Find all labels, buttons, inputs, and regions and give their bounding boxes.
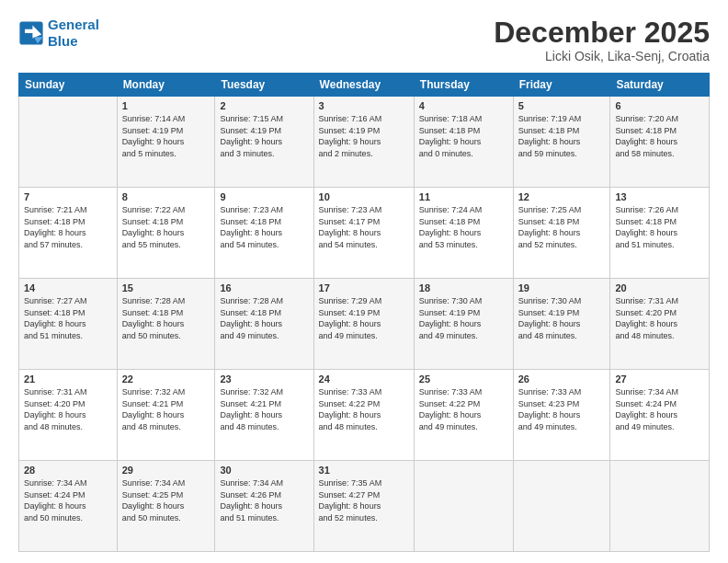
day-info: Sunrise: 7:28 AM Sunset: 4:18 PM Dayligh…: [220, 295, 308, 341]
day-info: Sunrise: 7:24 AM Sunset: 4:18 PM Dayligh…: [419, 204, 508, 250]
day-number: 28: [24, 465, 112, 476]
day-number: 15: [122, 282, 210, 293]
title-block: December 2025 Licki Osik, Lika-Senj, Cro…: [494, 17, 710, 63]
day-number: 29: [122, 465, 210, 476]
calendar-cell: 20Sunrise: 7:31 AM Sunset: 4:20 PM Dayli…: [610, 279, 710, 370]
calendar-cell: 29Sunrise: 7:34 AM Sunset: 4:25 PM Dayli…: [117, 461, 215, 552]
day-info: Sunrise: 7:21 AM Sunset: 4:18 PM Dayligh…: [24, 204, 112, 250]
week-row-4: 21Sunrise: 7:31 AM Sunset: 4:20 PM Dayli…: [19, 370, 710, 461]
day-info: Sunrise: 7:14 AM Sunset: 4:19 PM Dayligh…: [122, 113, 210, 159]
day-number: 8: [122, 191, 210, 202]
calendar-table: SundayMondayTuesdayWednesdayThursdayFrid…: [18, 73, 710, 552]
calendar-cell: [414, 461, 513, 552]
day-number: 27: [615, 373, 704, 385]
day-number: 18: [419, 282, 508, 293]
header-day-sunday: Sunday: [19, 74, 118, 97]
calendar-cell: 3Sunrise: 7:16 AM Sunset: 4:19 PM Daylig…: [313, 97, 414, 188]
calendar-cell: 31Sunrise: 7:35 AM Sunset: 4:27 PM Dayli…: [313, 461, 414, 552]
calendar-cell: 19Sunrise: 7:30 AM Sunset: 4:19 PM Dayli…: [513, 279, 610, 370]
day-number: 4: [419, 100, 508, 111]
calendar-cell: 26Sunrise: 7:33 AM Sunset: 4:23 PM Dayli…: [513, 370, 610, 461]
day-info: Sunrise: 7:27 AM Sunset: 4:18 PM Dayligh…: [24, 295, 112, 341]
day-number: 5: [518, 100, 606, 111]
day-number: 12: [518, 191, 606, 202]
calendar-cell: 30Sunrise: 7:34 AM Sunset: 4:26 PM Dayli…: [215, 461, 313, 552]
day-info: Sunrise: 7:16 AM Sunset: 4:19 PM Dayligh…: [319, 113, 409, 159]
day-number: 3: [319, 100, 409, 111]
calendar-cell: 5Sunrise: 7:19 AM Sunset: 4:18 PM Daylig…: [513, 97, 610, 188]
calendar-cell: 16Sunrise: 7:28 AM Sunset: 4:18 PM Dayli…: [215, 279, 313, 370]
day-number: 1: [122, 100, 210, 111]
header-day-saturday: Saturday: [610, 74, 710, 97]
day-info: Sunrise: 7:31 AM Sunset: 4:20 PM Dayligh…: [615, 295, 704, 341]
calendar-cell: 2Sunrise: 7:15 AM Sunset: 4:19 PM Daylig…: [215, 97, 313, 188]
header-day-wednesday: Wednesday: [313, 74, 414, 97]
day-number: 16: [220, 282, 308, 293]
day-number: 11: [419, 191, 508, 202]
day-info: Sunrise: 7:20 AM Sunset: 4:18 PM Dayligh…: [615, 113, 704, 159]
calendar-cell: 6Sunrise: 7:20 AM Sunset: 4:18 PM Daylig…: [610, 97, 710, 188]
day-number: 22: [122, 373, 210, 385]
calendar-cell: [610, 461, 710, 552]
logo-line1: General: [48, 17, 99, 32]
header-day-monday: Monday: [117, 74, 215, 97]
header-day-friday: Friday: [513, 74, 610, 97]
day-info: Sunrise: 7:26 AM Sunset: 4:18 PM Dayligh…: [615, 204, 704, 250]
day-info: Sunrise: 7:25 AM Sunset: 4:18 PM Dayligh…: [518, 204, 606, 250]
day-info: Sunrise: 7:34 AM Sunset: 4:26 PM Dayligh…: [220, 477, 308, 523]
day-number: 20: [615, 282, 704, 293]
day-number: 9: [220, 191, 308, 202]
header-day-tuesday: Tuesday: [215, 74, 313, 97]
day-info: Sunrise: 7:31 AM Sunset: 4:20 PM Dayligh…: [24, 386, 112, 432]
month-title: December 2025: [494, 17, 710, 49]
calendar-cell: 23Sunrise: 7:32 AM Sunset: 4:21 PM Dayli…: [215, 370, 313, 461]
week-row-5: 28Sunrise: 7:34 AM Sunset: 4:24 PM Dayli…: [19, 461, 710, 552]
day-number: 23: [220, 373, 308, 385]
week-row-2: 7Sunrise: 7:21 AM Sunset: 4:18 PM Daylig…: [19, 188, 710, 279]
calendar-cell: 14Sunrise: 7:27 AM Sunset: 4:18 PM Dayli…: [19, 279, 118, 370]
day-info: Sunrise: 7:34 AM Sunset: 4:24 PM Dayligh…: [24, 477, 112, 523]
day-info: Sunrise: 7:29 AM Sunset: 4:19 PM Dayligh…: [319, 295, 409, 341]
day-info: Sunrise: 7:19 AM Sunset: 4:18 PM Dayligh…: [518, 113, 606, 159]
day-number: 30: [220, 465, 308, 476]
day-info: Sunrise: 7:23 AM Sunset: 4:18 PM Dayligh…: [220, 204, 308, 250]
calendar-cell: 17Sunrise: 7:29 AM Sunset: 4:19 PM Dayli…: [313, 279, 414, 370]
day-info: Sunrise: 7:23 AM Sunset: 4:17 PM Dayligh…: [319, 204, 409, 250]
calendar-cell: 25Sunrise: 7:33 AM Sunset: 4:22 PM Dayli…: [414, 370, 513, 461]
day-info: Sunrise: 7:33 AM Sunset: 4:22 PM Dayligh…: [319, 386, 409, 432]
calendar-cell: 11Sunrise: 7:24 AM Sunset: 4:18 PM Dayli…: [414, 188, 513, 279]
day-info: Sunrise: 7:22 AM Sunset: 4:18 PM Dayligh…: [122, 204, 210, 250]
calendar-cell: 13Sunrise: 7:26 AM Sunset: 4:18 PM Dayli…: [610, 188, 710, 279]
day-number: 6: [615, 100, 704, 111]
day-info: Sunrise: 7:34 AM Sunset: 4:25 PM Dayligh…: [122, 477, 210, 523]
day-number: 2: [220, 100, 308, 111]
logo-icon: [18, 20, 44, 46]
day-info: Sunrise: 7:34 AM Sunset: 4:24 PM Dayligh…: [615, 386, 704, 432]
day-info: Sunrise: 7:30 AM Sunset: 4:19 PM Dayligh…: [419, 295, 508, 341]
day-info: Sunrise: 7:18 AM Sunset: 4:18 PM Dayligh…: [419, 113, 508, 159]
day-number: 24: [319, 373, 409, 385]
day-info: Sunrise: 7:15 AM Sunset: 4:19 PM Dayligh…: [220, 113, 308, 159]
calendar-cell: 8Sunrise: 7:22 AM Sunset: 4:18 PM Daylig…: [117, 188, 215, 279]
calendar-header-row: SundayMondayTuesdayWednesdayThursdayFrid…: [19, 74, 710, 97]
calendar-cell: 12Sunrise: 7:25 AM Sunset: 4:18 PM Dayli…: [513, 188, 610, 279]
logo-text: General Blue: [48, 17, 99, 50]
day-number: 19: [518, 282, 606, 293]
calendar-cell: 18Sunrise: 7:30 AM Sunset: 4:19 PM Dayli…: [414, 279, 513, 370]
calendar-cell: 7Sunrise: 7:21 AM Sunset: 4:18 PM Daylig…: [19, 188, 118, 279]
day-number: 10: [319, 191, 409, 202]
day-number: 21: [24, 373, 112, 385]
day-info: Sunrise: 7:32 AM Sunset: 4:21 PM Dayligh…: [122, 386, 210, 432]
calendar-cell: 24Sunrise: 7:33 AM Sunset: 4:22 PM Dayli…: [313, 370, 414, 461]
day-number: 26: [518, 373, 606, 385]
calendar-cell: 1Sunrise: 7:14 AM Sunset: 4:19 PM Daylig…: [117, 97, 215, 188]
calendar-cell: 22Sunrise: 7:32 AM Sunset: 4:21 PM Dayli…: [117, 370, 215, 461]
calendar-cell: 15Sunrise: 7:28 AM Sunset: 4:18 PM Dayli…: [117, 279, 215, 370]
day-info: Sunrise: 7:30 AM Sunset: 4:19 PM Dayligh…: [518, 295, 606, 341]
week-row-3: 14Sunrise: 7:27 AM Sunset: 4:18 PM Dayli…: [19, 279, 710, 370]
day-number: 14: [24, 282, 112, 293]
day-number: 13: [615, 191, 704, 202]
calendar-cell: 21Sunrise: 7:31 AM Sunset: 4:20 PM Dayli…: [19, 370, 118, 461]
calendar-cell: 28Sunrise: 7:34 AM Sunset: 4:24 PM Dayli…: [19, 461, 118, 552]
calendar-cell: 4Sunrise: 7:18 AM Sunset: 4:18 PM Daylig…: [414, 97, 513, 188]
